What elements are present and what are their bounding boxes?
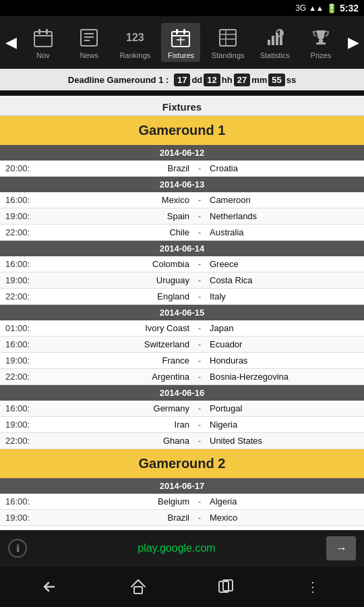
match-away-team: Portugal (210, 403, 359, 413)
match-separator: - (189, 496, 210, 507)
match-separator: - (189, 291, 210, 301)
match-separator: - (189, 436, 210, 446)
nav-fixtures-label: Fixtures (168, 51, 194, 59)
match-away-team: Bosnia-Herzegovina (210, 372, 359, 382)
deadline-hh-label: hh (222, 75, 233, 85)
match-home-team: Brazil (40, 513, 189, 523)
match-away-team: Croatia (210, 163, 359, 173)
nav-item-prizes[interactable]: Prizes (301, 23, 340, 62)
svg-rect-1 (38, 29, 40, 34)
match-away-team: Nigeria (210, 420, 359, 430)
nav-standings-icon (216, 26, 240, 50)
match-time: 20:00: (5, 163, 40, 173)
fixtures-list: Gameround 12014-06-1220:00:Brazil-Croati… (0, 116, 364, 530)
nav-nov-label: Nov (36, 51, 50, 59)
nav-left-arrow[interactable]: ◀ (1, 34, 20, 51)
nav-fixtures-icon (169, 26, 193, 50)
nav-news-icon (77, 26, 101, 50)
match-away-team: Cameroon (210, 195, 359, 205)
match-home-team: Uruguay (40, 275, 189, 285)
nav-rankings-icon: 123 (123, 26, 147, 50)
nav-prizes-label: Prizes (311, 51, 332, 59)
svg-rect-23 (319, 40, 323, 42)
match-separator: - (189, 355, 210, 366)
status-bar: 3G ▲▲ 🔋 5:32 (0, 0, 364, 16)
separator (0, 90, 364, 96)
match-time: 16:00: (5, 496, 40, 507)
deadline-bar: Deadline Gameround 1 : 17 dd 12 hh 27 mm… (0, 69, 364, 90)
match-separator: - (189, 195, 210, 205)
date-header: 2014-06-16 (0, 385, 364, 401)
svg-rect-0 (34, 32, 52, 47)
nav-item-standings[interactable]: Standings (208, 23, 249, 62)
home-button[interactable] (118, 572, 158, 602)
deadline-ss-label: ss (286, 75, 296, 85)
nav-item-news[interactable]: News (69, 23, 109, 62)
match-away-team: Japan (210, 323, 359, 333)
ad-arrow-button[interactable]: → (326, 536, 356, 560)
match-away-team: Ecuador (210, 339, 359, 349)
match-separator: - (189, 227, 210, 237)
match-home-team: Chile (40, 227, 189, 237)
ad-url[interactable]: play.google.com (27, 542, 326, 554)
battery-icon: 🔋 (326, 3, 337, 13)
match-separator: - (189, 211, 210, 221)
match-away-team: Australia (210, 227, 359, 237)
match-time: 22:00: (5, 529, 40, 530)
table-row: 16:00:Belgium-Algeria (0, 494, 364, 510)
nav-news-label: News (80, 51, 98, 59)
match-home-team: Mexico (40, 195, 189, 205)
deadline-hh-value: 12 (204, 74, 220, 86)
table-row: 22:00:Argentina-Bosnia-Herzegovina (0, 369, 364, 385)
table-row: 01:00:Ivory Coast-Japan (0, 320, 364, 337)
nav-bar: ◀ Nov Ne (0, 16, 364, 69)
svg-rect-18 (268, 40, 270, 45)
match-separator: - (189, 529, 210, 530)
nav-right-arrow[interactable]: ▶ (344, 34, 363, 51)
deadline-ss-value: 55 (268, 74, 284, 86)
table-row: 19:00:Uruguay-Costa Rica (0, 272, 364, 289)
nav-item-statistics[interactable]: Statistics (255, 23, 295, 62)
svg-rect-14 (220, 30, 236, 46)
nav-standings-label: Standings (212, 51, 245, 59)
deadline-mm-value: 27 (234, 74, 250, 86)
svg-rect-24 (316, 42, 326, 45)
match-time: 19:00: (5, 355, 40, 366)
match-home-team: Ivory Coast (40, 323, 189, 333)
signal-bars: ▲▲ (309, 4, 324, 12)
match-separator: - (189, 372, 210, 382)
table-row: 19:00:Spain-Netherlands (0, 208, 364, 225)
svg-rect-21 (280, 30, 282, 45)
gameround-1: Gameround 12014-06-1220:00:Brazil-Croati… (0, 116, 364, 449)
table-row: 19:00:Iran-Nigeria (0, 417, 364, 433)
match-away-team: Italy (210, 291, 359, 301)
match-separator: - (189, 259, 210, 269)
match-home-team: Switzerland (40, 339, 189, 349)
recents-button[interactable] (206, 572, 246, 602)
match-home-team: Russia (40, 529, 189, 530)
match-separator: - (189, 163, 210, 173)
nav-items: Nov News 123 Rankings (20, 23, 344, 62)
dots-icon: ⋮ (306, 579, 321, 595)
match-home-team: Argentina (40, 372, 189, 382)
deadline-label: Deadline Gameround 1 : (68, 75, 169, 85)
more-button[interactable]: ⋮ (293, 572, 334, 602)
match-time: 19:00: (5, 420, 40, 430)
ad-arrow-icon: → (335, 542, 347, 556)
ad-bar: ℹ play.google.com → (0, 530, 364, 567)
date-header: 2014-06-13 (0, 177, 364, 192)
deadline-dd-label: dd (191, 75, 202, 85)
nav-item-rankings[interactable]: 123 Rankings (115, 23, 154, 62)
table-row: 16:00:Switzerland-Ecuador (0, 337, 364, 353)
deadline-mm-label: mm (251, 75, 267, 85)
match-home-team: Germany (40, 403, 189, 413)
back-button[interactable] (30, 572, 71, 602)
nav-item-nov[interactable]: Nov (24, 23, 63, 62)
nav-item-fixtures[interactable]: Fixtures (161, 23, 200, 62)
table-row: 16:00:Colombia-Greece (0, 256, 364, 272)
match-time: 16:00: (5, 195, 40, 205)
match-home-team: England (40, 291, 189, 301)
match-away-team: Mexico (210, 513, 359, 523)
table-row: 22:00:England-Italy (0, 289, 364, 305)
info-icon[interactable]: ℹ (8, 539, 27, 558)
